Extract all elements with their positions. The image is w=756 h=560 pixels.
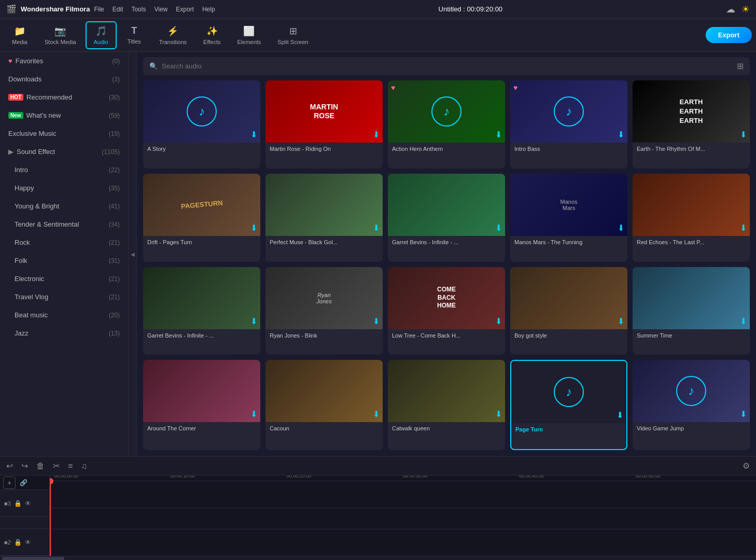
track3-lock-icon[interactable]: 🔒 bbox=[14, 500, 22, 507]
sidebar-favorites-label: Favorites bbox=[16, 57, 43, 65]
sidebar-electronic-label: Electronic bbox=[15, 275, 44, 283]
export-button[interactable]: Export bbox=[706, 27, 752, 43]
download-icon: ⬇ bbox=[740, 223, 747, 233]
tool-elements[interactable]: ⬜ Elements bbox=[230, 22, 269, 48]
audio-card-catwalk[interactable]: ⬇ Catwalk queen bbox=[388, 360, 505, 450]
sidebar-beat-label: Beat music bbox=[15, 311, 48, 319]
music-note-icon: ♪ bbox=[553, 96, 584, 127]
tool-media[interactable]: 📁 Media bbox=[4, 22, 35, 48]
audio-card-around[interactable]: ⬇ Around The Corner bbox=[143, 360, 260, 450]
undo-icon[interactable]: ↩ bbox=[6, 461, 13, 471]
timeline-settings-icon[interactable]: ⚙ bbox=[743, 461, 750, 471]
sidebar-item-favorites[interactable]: ♥ Favorites (0) bbox=[0, 52, 128, 70]
audio-card-martin[interactable]: MARTINROSE ⬇ Martin Rose - Riding On bbox=[265, 80, 383, 169]
sidebar-recommended-label: Recommended bbox=[26, 93, 72, 101]
sidebar-item-recommended[interactable]: HOT Recommended (30) bbox=[0, 88, 128, 106]
track2-lock-icon[interactable]: 🔒 bbox=[14, 539, 22, 546]
menu-help[interactable]: Help bbox=[202, 6, 215, 13]
delete-icon[interactable]: 🗑 bbox=[36, 461, 45, 471]
audio-card-lowtree[interactable]: COMEBACKHOME ⬇ Low Tree - Come Back H... bbox=[388, 267, 505, 355]
sidebar-recommended-count: (30) bbox=[109, 94, 120, 101]
download-icon: ⬇ bbox=[250, 316, 257, 326]
audio-card-red[interactable]: ⬇ Red Echoes - The Last P... bbox=[633, 174, 750, 262]
collapse-arrow-icon: ◀ bbox=[131, 251, 135, 257]
split-icon: ⊞ bbox=[289, 25, 297, 37]
download-icon: ⬇ bbox=[495, 130, 502, 139]
card-title-bass: Intro Bass bbox=[510, 143, 627, 155]
sidebar-item-folk[interactable]: Folk (31) bbox=[0, 251, 128, 270]
card-title-red: Red Echoes - The Last P... bbox=[633, 236, 750, 248]
music-note-icon: ♪ bbox=[431, 96, 462, 127]
sidebar-item-downloads[interactable]: Downloads (3) bbox=[0, 70, 128, 88]
audio-track-icon[interactable]: ♫ bbox=[81, 461, 87, 471]
audio-card-boystyle[interactable]: ⬇ Boy got style bbox=[510, 267, 627, 355]
card-title-videogame: Video Game Jump bbox=[633, 422, 750, 435]
tool-split-screen[interactable]: ⊞ Split Screen bbox=[270, 22, 315, 48]
sidebar-item-jazz[interactable]: Jazz (13) bbox=[0, 324, 128, 342]
audio-card-manos[interactable]: ManosMars ⬇ Manos Mars - The Tunning bbox=[510, 174, 627, 262]
card-title-story: A Story bbox=[143, 143, 260, 155]
sidebar-item-exclusive[interactable]: Exclusive Music (19) bbox=[0, 124, 128, 143]
link-icon[interactable]: 🔗 bbox=[20, 479, 27, 486]
menu-tools[interactable]: Tools bbox=[131, 6, 146, 13]
tool-titles[interactable]: T Titles bbox=[119, 22, 150, 48]
audio-card-videogame[interactable]: ♪ ⬇ Video Game Jump bbox=[633, 360, 750, 450]
download-icon: ⬇ bbox=[618, 130, 624, 139]
card-thumb-garret2: ⬇ bbox=[143, 267, 260, 329]
tool-audio[interactable]: 🎵 Audio bbox=[86, 21, 117, 49]
audio-card-summer[interactable]: ⬇ Summer Time bbox=[633, 267, 750, 355]
svg-text:♪: ♪ bbox=[443, 104, 450, 118]
download-icon: ⬇ bbox=[618, 316, 624, 326]
horizontal-scrollbar[interactable] bbox=[0, 556, 756, 560]
sidebar-item-tender[interactable]: Tender & Sentimental (34) bbox=[0, 215, 128, 233]
tool-transitions[interactable]: ⚡ Transitions bbox=[152, 22, 194, 48]
track3-row[interactable] bbox=[50, 481, 756, 508]
cut-icon[interactable]: ✂ bbox=[53, 461, 60, 471]
sidebar-item-whats-new[interactable]: New What's new (59) bbox=[0, 106, 128, 124]
sidebar-item-beat[interactable]: Beat music (20) bbox=[0, 306, 128, 324]
sidebar-item-happy[interactable]: Happy (35) bbox=[0, 179, 128, 197]
card-thumb-red: ⬇ bbox=[633, 174, 750, 236]
sidebar-item-rock[interactable]: Rock (21) bbox=[0, 233, 128, 251]
audio-card-pages[interactable]: PAGESTURN ⬇ Drift - Pages Turn bbox=[143, 174, 260, 262]
sidebar-item-young-bright[interactable]: Young & Bright (41) bbox=[0, 197, 128, 215]
grid-layout-icon[interactable]: ⊞ bbox=[737, 61, 744, 71]
redo-icon[interactable]: ↪ bbox=[21, 461, 28, 471]
sidebar-collapse-btn[interactable]: ◀ bbox=[129, 52, 137, 456]
earth-text: EARTHEARTHEARTH bbox=[680, 97, 703, 126]
scrollbar-thumb[interactable] bbox=[2, 557, 64, 560]
lowtree-text: COMEBACKHOME bbox=[437, 286, 456, 310]
audio-card-earth[interactable]: EARTHEARTHEARTH ⬇ Earth - The Rhythm Of … bbox=[633, 80, 750, 169]
audio-card-garret1[interactable]: ⬇ Garret Bevins - Infinite - ... bbox=[388, 174, 505, 262]
track2-row[interactable] bbox=[50, 529, 756, 556]
audio-card-ryan[interactable]: RyanJones ⬇ Ryan Jones - Blink bbox=[265, 267, 383, 355]
sidebar-item-sound-effect[interactable]: ▶ Sound Effect (1105) bbox=[0, 143, 128, 161]
audio-card-page-turn[interactable]: ♪ ⬇ Page Turn bbox=[510, 360, 627, 450]
expand-icon: ▶ bbox=[8, 148, 13, 156]
cloud-icon[interactable]: ☁ bbox=[726, 4, 735, 15]
sidebar-item-intro[interactable]: Intro (22) bbox=[0, 161, 128, 179]
menu-file[interactable]: File bbox=[94, 6, 104, 13]
track2-eye-icon[interactable]: 👁 bbox=[25, 539, 31, 546]
audio-card-action[interactable]: ♥ ♪ ⬇ Action Hero Anthem bbox=[388, 80, 505, 169]
menu-edit[interactable]: Edit bbox=[113, 6, 123, 13]
audio-card-bass[interactable]: ♥ ♪ ⬇ Intro Bass bbox=[510, 80, 627, 169]
sun-icon[interactable]: ☀ bbox=[741, 4, 750, 15]
sidebar-rock-count: (21) bbox=[109, 239, 120, 246]
track-rows bbox=[50, 481, 756, 556]
settings-icon[interactable]: ≡ bbox=[68, 461, 73, 471]
search-input[interactable] bbox=[162, 62, 733, 70]
sidebar-item-travel[interactable]: Travel Vlog (21) bbox=[0, 288, 128, 306]
new-badge: New bbox=[8, 112, 23, 119]
menu-view[interactable]: View bbox=[154, 6, 167, 13]
add-track-button[interactable]: + bbox=[3, 477, 16, 489]
audio-card-perfect[interactable]: ⬇ Perfect Muse - Black Gol... bbox=[265, 174, 383, 262]
audio-card-story[interactable]: ♪ ⬇ A Story bbox=[143, 80, 260, 169]
audio-card-cacoun[interactable]: ⬇ Cacoun bbox=[265, 360, 383, 450]
audio-card-garret2[interactable]: ⬇ Garret Bevins - Infinite - ... bbox=[143, 267, 260, 355]
menu-export[interactable]: Export bbox=[176, 6, 194, 13]
track3-eye-icon[interactable]: 👁 bbox=[25, 500, 31, 507]
sidebar-item-electronic[interactable]: Electronic (21) bbox=[0, 270, 128, 288]
tool-effects[interactable]: ✨ Effects bbox=[196, 22, 228, 48]
tool-stock-media[interactable]: 📷 Stock Media bbox=[37, 22, 83, 48]
